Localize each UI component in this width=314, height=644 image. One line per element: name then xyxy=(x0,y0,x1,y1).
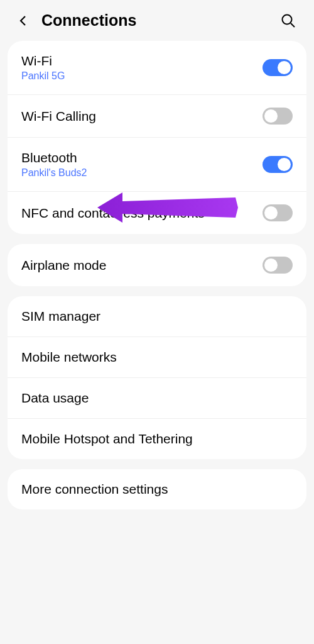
bluetooth-sublabel: Pankil's Buds2 xyxy=(21,167,263,179)
airplane-label: Airplane mode xyxy=(21,258,263,273)
more-main: More connection settings xyxy=(21,482,293,497)
wifi-calling-row[interactable]: Wi-Fi Calling xyxy=(8,95,306,138)
page-title: Connections xyxy=(41,11,270,30)
wifi-label: Wi-Fi xyxy=(21,53,263,69)
toggle-knob xyxy=(264,258,278,272)
header: Connections xyxy=(0,0,314,41)
bluetooth-toggle[interactable] xyxy=(263,156,293,173)
mobile-networks-main: Mobile networks xyxy=(21,350,293,365)
nfc-toggle[interactable] xyxy=(263,204,293,221)
wifi-calling-label: Wi-Fi Calling xyxy=(21,109,263,124)
more-settings-row[interactable]: More connection settings xyxy=(8,469,306,509)
hotspot-row[interactable]: Mobile Hotspot and Tethering xyxy=(8,419,306,459)
sim-label: SIM manager xyxy=(21,309,293,324)
connections-group-4: More connection settings xyxy=(8,469,306,509)
bluetooth-main: Bluetooth Pankil's Buds2 xyxy=(21,150,263,179)
connections-group-2: Airplane mode xyxy=(8,244,306,286)
mobile-networks-label: Mobile networks xyxy=(21,350,293,365)
wifi-calling-main: Wi-Fi Calling xyxy=(21,109,263,124)
airplane-main: Airplane mode xyxy=(21,258,263,273)
search-icon xyxy=(281,13,296,28)
airplane-mode-row[interactable]: Airplane mode xyxy=(8,244,306,286)
bluetooth-label: Bluetooth xyxy=(21,150,263,165)
wifi-calling-toggle[interactable] xyxy=(263,108,293,125)
bluetooth-row[interactable]: Bluetooth Pankil's Buds2 xyxy=(8,138,306,192)
more-label: More connection settings xyxy=(21,482,293,497)
back-button[interactable] xyxy=(15,13,31,29)
sim-manager-row[interactable]: SIM manager xyxy=(8,296,306,337)
wifi-main: Wi-Fi Pankil 5G xyxy=(21,53,263,82)
toggle-knob xyxy=(278,61,291,74)
chevron-left-icon xyxy=(17,14,30,27)
data-usage-main: Data usage xyxy=(21,391,293,406)
svg-line-1 xyxy=(291,23,295,27)
wifi-sublabel: Pankil 5G xyxy=(21,70,263,82)
toggle-knob xyxy=(278,158,291,171)
connections-group-1: Wi-Fi Pankil 5G Wi-Fi Calling Bluetooth … xyxy=(8,41,306,234)
data-usage-row[interactable]: Data usage xyxy=(8,378,306,419)
toggle-knob xyxy=(264,109,278,123)
nfc-main: NFC and contactless payments xyxy=(21,206,263,221)
nfc-row[interactable]: NFC and contactless payments xyxy=(8,192,306,234)
connections-group-3: SIM manager Mobile networks Data usage M… xyxy=(8,296,306,459)
search-button[interactable] xyxy=(280,13,296,29)
sim-main: SIM manager xyxy=(21,309,293,324)
data-usage-label: Data usage xyxy=(21,391,293,406)
hotspot-label: Mobile Hotspot and Tethering xyxy=(21,431,293,447)
nfc-label: NFC and contactless payments xyxy=(21,206,263,221)
wifi-toggle[interactable] xyxy=(263,59,293,76)
toggle-knob xyxy=(264,206,278,219)
svg-point-0 xyxy=(283,14,292,24)
mobile-networks-row[interactable]: Mobile networks xyxy=(8,337,306,378)
hotspot-main: Mobile Hotspot and Tethering xyxy=(21,431,293,447)
airplane-toggle[interactable] xyxy=(263,257,293,274)
wifi-row[interactable]: Wi-Fi Pankil 5G xyxy=(8,41,306,95)
